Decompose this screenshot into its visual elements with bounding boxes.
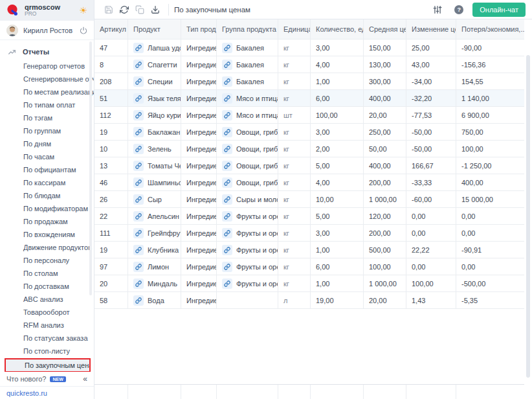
logout-power-icon[interactable] bbox=[80, 27, 87, 34]
copy-icon[interactable] bbox=[132, 3, 148, 17]
table-row[interactable]: 208СпецииИнгредиентБакалеякг1,00300,00-3… bbox=[94, 73, 524, 90]
table-row[interactable]: 22АпельсинИнгредиентФрукты и орехикг5,00… bbox=[94, 208, 524, 225]
link-icon[interactable] bbox=[222, 76, 232, 87]
table-row[interactable]: 112Яйцо курин...ИнгредиентМясо и птицашт… bbox=[94, 107, 524, 124]
link-icon[interactable] bbox=[222, 228, 232, 238]
table-row[interactable]: 19БаклажанИнгредиентОвощи, грибы, ...кг3… bbox=[94, 124, 524, 141]
table-row[interactable]: 58ВодаИнгредиентл19,0020,001,43-5,35 bbox=[94, 292, 524, 309]
sidebar-scrollbar[interactable] bbox=[89, 41, 92, 295]
link-icon[interactable] bbox=[133, 279, 144, 289]
cell-text[interactable]: Бакалея bbox=[236, 61, 264, 69]
sidebar-item-10[interactable]: По блюдам bbox=[0, 189, 94, 202]
cell-text[interactable]: Сыр bbox=[148, 196, 162, 203]
sidebar-item-17[interactable]: По доставкам bbox=[0, 280, 94, 293]
sidebar-item-11[interactable]: По модификаторам bbox=[0, 202, 94, 215]
sidebar-item-20[interactable]: RFM анализ bbox=[0, 319, 94, 332]
cell-text[interactable]: Грейпфрут bbox=[148, 229, 181, 237]
link-icon[interactable] bbox=[133, 228, 144, 238]
sidebar-item-9[interactable]: По кассирам bbox=[0, 176, 94, 189]
link-icon[interactable] bbox=[222, 144, 232, 154]
sidebar-item-3[interactable]: По типам оплат bbox=[0, 98, 94, 111]
cell-text[interactable]: Фрукты и орехи bbox=[236, 280, 278, 288]
table-row[interactable]: 8СпагеттиИнгредиентБакалеякг4,00130,0043… bbox=[94, 56, 524, 73]
table-row[interactable]: 97ЛимонИнгредиентФрукты и орехикг6,00100… bbox=[94, 258, 524, 275]
table-row[interactable]: 111ГрейпфрутИнгредиентФрукты и орехикг3,… bbox=[94, 225, 524, 242]
link-icon[interactable] bbox=[133, 262, 144, 272]
link-icon[interactable] bbox=[133, 211, 144, 222]
cell-text[interactable]: Клубника bbox=[148, 246, 179, 254]
link-icon[interactable] bbox=[133, 93, 144, 104]
table-row[interactable]: 47Лапша удонИнгредиентБакалеякг3,00150,0… bbox=[94, 40, 524, 56]
table-row[interactable]: 13Томаты Че...ИнгредиентОвощи, грибы, ..… bbox=[94, 157, 524, 174]
table-row[interactable]: 10ЗеленьИнгредиентОвощи, грибы, ...кг2,0… bbox=[94, 141, 524, 157]
link-icon[interactable] bbox=[133, 295, 144, 306]
link-icon[interactable] bbox=[222, 161, 232, 171]
theme-sun-icon[interactable]: ☀ bbox=[79, 5, 87, 16]
collapse-sidebar-icon[interactable]: « bbox=[83, 374, 87, 383]
column-header-5[interactable]: Количество, ед. изм... bbox=[311, 19, 364, 39]
cell-text[interactable]: Фрукты и орехи bbox=[236, 246, 278, 254]
cell-text[interactable]: Лимон bbox=[148, 263, 169, 271]
sidebar-item-2[interactable]: По местам реализации bbox=[0, 86, 94, 98]
sidebar-item-15[interactable]: По персоналу bbox=[0, 254, 94, 267]
nav-section-reports[interactable]: Отчеты bbox=[0, 44, 94, 60]
link-icon[interactable] bbox=[222, 245, 232, 255]
cell-text[interactable]: Язык теляч... bbox=[148, 95, 181, 102]
sidebar-item-23[interactable]: По закупочным ценам bbox=[5, 358, 91, 372]
sidebar-item-14[interactable]: Движение продуктов bbox=[0, 241, 94, 254]
link-icon[interactable] bbox=[222, 177, 232, 188]
whats-new-link[interactable]: Что нового? bbox=[6, 375, 46, 383]
link-icon[interactable] bbox=[133, 60, 144, 70]
sidebar-item-16[interactable]: По столам bbox=[0, 267, 94, 280]
table-scrollbar[interactable] bbox=[526, 55, 530, 378]
link-icon[interactable] bbox=[133, 245, 144, 255]
online-chat-button[interactable]: Онлайн-чат bbox=[472, 3, 526, 17]
link-icon[interactable] bbox=[222, 127, 232, 137]
table-row[interactable]: 19КлубникаИнгредиентФрукты и орехикг1,00… bbox=[94, 242, 524, 258]
cell-text[interactable]: Миндаль bbox=[148, 280, 177, 288]
cell-text[interactable]: Бакалея bbox=[236, 78, 264, 86]
sidebar-item-7[interactable]: По часам bbox=[0, 150, 94, 163]
sidebar-item-5[interactable]: По группам bbox=[0, 124, 94, 137]
cell-text[interactable]: Овощи, грибы, ... bbox=[236, 179, 278, 187]
link-icon[interactable] bbox=[133, 177, 144, 188]
table-row[interactable]: 51Язык теляч...ИнгредиентМясо и птицакг6… bbox=[94, 90, 524, 107]
refresh-icon[interactable] bbox=[116, 3, 132, 17]
cell-text[interactable]: Яйцо курин... bbox=[148, 111, 181, 119]
sidebar-item-0[interactable]: Генератор отчетов bbox=[0, 60, 94, 73]
column-header-6[interactable]: Средняя цена,... bbox=[364, 19, 406, 39]
column-header-0[interactable]: Артикул bbox=[94, 19, 128, 39]
cell-text[interactable]: Овощи, грибы, ... bbox=[236, 128, 278, 136]
cell-text[interactable]: Бакалея bbox=[236, 44, 264, 52]
sidebar-item-8[interactable]: По официантам bbox=[0, 163, 94, 176]
link-icon[interactable] bbox=[133, 110, 144, 120]
table-row[interactable]: 20МиндальИнгредиентФрукты и орехикг1,001… bbox=[94, 275, 524, 292]
column-header-1[interactable]: Продукт bbox=[128, 19, 181, 39]
link-icon[interactable] bbox=[133, 194, 144, 205]
cell-text[interactable]: Вода bbox=[148, 297, 164, 304]
cell-text[interactable]: Томаты Че... bbox=[148, 162, 181, 170]
sidebar-item-12[interactable]: По продажам bbox=[0, 215, 94, 228]
link-icon[interactable] bbox=[133, 144, 144, 154]
cell-text[interactable]: Фрукты и орехи bbox=[236, 263, 278, 271]
quickresto-site-link[interactable]: quickresto.ru bbox=[6, 389, 47, 397]
cell-text[interactable]: Спагетти bbox=[148, 61, 177, 69]
column-header-4[interactable]: Единица .. bbox=[278, 19, 311, 39]
link-icon[interactable] bbox=[222, 93, 232, 104]
cell-text[interactable]: Сыры и молоч... bbox=[236, 196, 278, 203]
column-settings-icon[interactable] bbox=[430, 3, 445, 17]
cell-text[interactable]: Мясо и птица bbox=[236, 111, 278, 119]
link-icon[interactable] bbox=[133, 127, 144, 137]
cell-text[interactable]: Фрукты и орехи bbox=[236, 229, 278, 237]
column-header-2[interactable]: Тип продукта bbox=[181, 19, 217, 39]
cell-text[interactable]: Специи bbox=[148, 78, 173, 86]
link-icon[interactable] bbox=[222, 194, 232, 205]
table-row[interactable]: 46Шампиньо...ИнгредиентОвощи, грибы, ...… bbox=[94, 174, 524, 191]
link-icon[interactable] bbox=[222, 262, 232, 272]
link-icon[interactable] bbox=[222, 279, 232, 289]
link-icon[interactable] bbox=[222, 211, 232, 222]
column-header-7[interactable]: Изменение цены,... bbox=[406, 19, 456, 39]
link-icon[interactable] bbox=[133, 76, 144, 87]
table-row[interactable]: 26СырИнгредиентСыры и молоч...кг10,001 0… bbox=[94, 191, 524, 208]
sidebar-item-18[interactable]: ABC анализ bbox=[0, 293, 94, 306]
